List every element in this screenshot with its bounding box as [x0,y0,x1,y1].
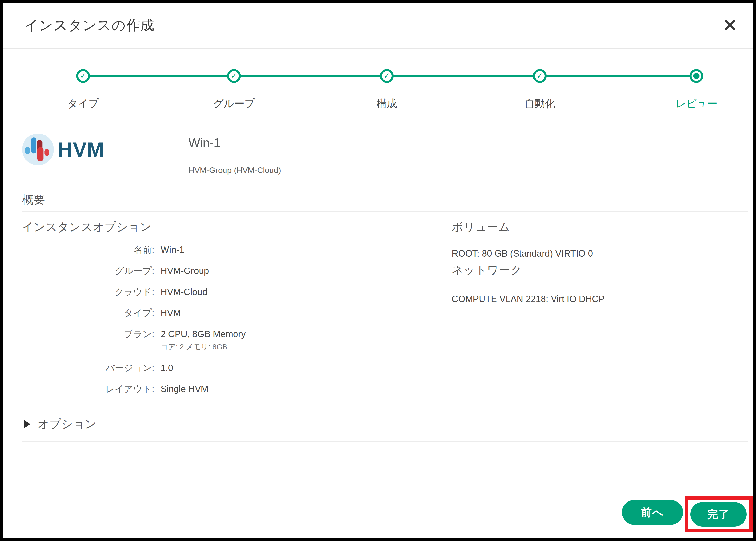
options-disclosure[interactable]: オプション [24,416,97,432]
field-value: HVM-Cloud [160,287,207,297]
field-row-name: 名前: Win-1 [22,245,426,255]
step-complete-icon: ✓ [533,69,547,83]
field-value: Win-1 [160,245,184,255]
logo-wordmark: HVM [58,138,104,162]
step-label: タイプ [68,97,99,111]
field-value: HVM-Group [160,266,209,276]
instance-options-list: 名前: Win-1 グループ: HVM-Group クラウド: HVM-Clou… [22,245,426,405]
field-row-group: グループ: HVM-Group [22,266,426,276]
field-label: レイアウト: [22,384,154,394]
instance-options-heading: インスタンスオプション [22,220,151,235]
finish-button-highlight: 完了 [684,496,753,532]
field-label: 名前: [22,245,154,255]
step-label: 自動化 [524,97,555,111]
field-row-cloud: クラウド: HVM-Cloud [22,287,426,297]
field-value: Single HVM [160,384,208,394]
volumes-networks-column: ボリューム ROOT: 80 GB (Standard) VIRTIO 0 ネッ… [452,220,745,304]
check-icon: ✓ [78,71,88,80]
hvm-logo [22,134,54,165]
field-row-plan: プラン: 2 CPU, 8GB Memory コア: 2 メモリ: 8GB [22,329,426,352]
check-icon: ✓ [229,71,239,80]
step-automation[interactable]: ✓ 自動化 [524,69,555,111]
field-value: 2 CPU, 8GB Memory コア: 2 メモリ: 8GB [160,329,246,352]
create-instance-modal: インスタンスの作成 ✓ タイプ ✓ グループ ✓ 構成 ✓ 自動化 レビュー [0,0,756,541]
field-label: グループ: [22,266,154,276]
step-complete-icon: ✓ [227,69,241,83]
step-review[interactable]: レビュー [676,69,718,111]
field-label: タイプ: [22,308,154,318]
networks-heading: ネットワーク [452,263,745,278]
plan-detail: コア: 2 メモリ: 8GB [160,341,246,352]
network-value: COMPUTE VLAN 2218: Virt IO DHCP [452,294,745,304]
options-divider [22,441,748,441]
active-dot-icon [693,73,700,79]
field-row-layout: レイアウト: Single HVM [22,384,426,394]
field-value: 1.0 [160,363,173,373]
field-label: バージョン: [22,363,154,373]
field-label: クラウド: [22,287,154,297]
step-complete-icon: ✓ [76,69,90,83]
step-group[interactable]: ✓ グループ [213,69,255,111]
step-label: グループ [213,97,255,111]
back-button[interactable]: 前へ [622,500,683,525]
instance-subtitle: HVM-Group (HVM-Cloud) [188,166,281,175]
step-label: 構成 [377,97,397,111]
finish-button[interactable]: 完了 [690,502,747,527]
summary-heading: 概要 [22,192,45,207]
step-type[interactable]: ✓ タイプ [68,69,99,111]
step-complete-icon: ✓ [380,69,394,83]
field-row-type: タイプ: HVM [22,308,426,318]
summary-divider [22,212,748,212]
wizard-stepper: ✓ タイプ ✓ グループ ✓ 構成 ✓ 自動化 レビュー [3,3,753,116]
footer-actions: 前へ 完了 [622,496,753,532]
step-label: レビュー [676,97,718,111]
volumes-heading: ボリューム [452,220,745,235]
field-value: HVM [160,308,181,318]
options-label: オプション [38,416,97,432]
step-configure[interactable]: ✓ 構成 [377,69,397,111]
field-label: プラン: [22,329,154,352]
check-icon: ✓ [382,71,392,80]
instance-name: Win-1 [188,136,221,150]
plan-value: 2 CPU, 8GB Memory [160,329,246,339]
field-row-version: バージョン: 1.0 [22,363,426,373]
disclosure-triangle-icon [24,420,30,428]
step-active-icon [690,69,703,83]
volume-root-value: ROOT: 80 GB (Standard) VIRTIO 0 [452,249,745,259]
check-icon: ✓ [535,71,545,80]
